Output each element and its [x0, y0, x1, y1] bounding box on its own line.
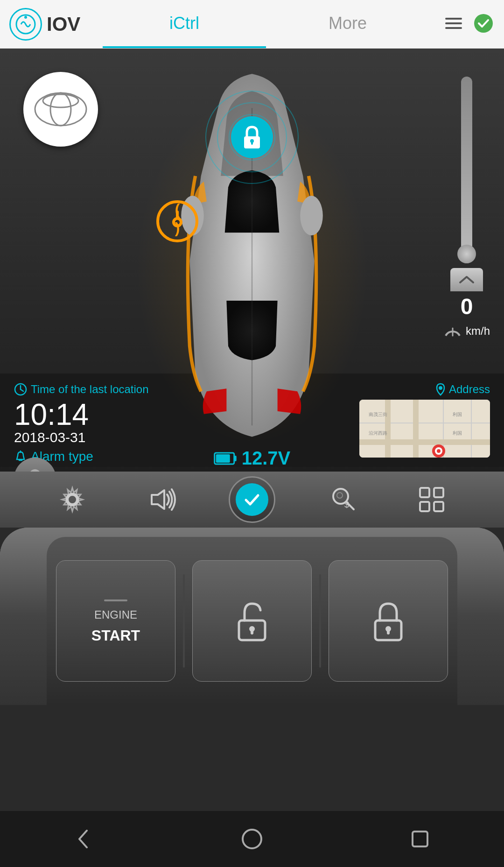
svg-rect-69 — [413, 832, 427, 846]
back-icon — [70, 825, 98, 853]
key-fob: ENGINE START — [0, 528, 504, 705]
svg-point-8 — [43, 94, 78, 107]
svg-line-26 — [21, 389, 23, 391]
lock-fob-button[interactable] — [329, 560, 448, 682]
speed-unit: km/h — [466, 324, 490, 338]
top-navigation: IOV iCtrl More — [0, 0, 504, 49]
svg-rect-4 — [445, 27, 462, 29]
svg-point-6 — [35, 93, 86, 126]
menu-icon[interactable] — [442, 12, 465, 36]
android-navigation — [0, 811, 504, 867]
app-logo: IOV — [0, 8, 103, 41]
grid-button[interactable] — [411, 479, 453, 521]
speed-display: 0 km/h — [443, 268, 490, 340]
svg-point-14 — [300, 196, 323, 235]
engine-start-button[interactable]: ENGINE START — [56, 560, 175, 682]
confirm-button[interactable] — [229, 476, 275, 523]
svg-rect-58 — [434, 488, 443, 497]
svg-text:利国: 利国 — [453, 412, 462, 417]
speedometer-icon — [443, 322, 462, 340]
lock-status-indicator[interactable] — [201, 86, 303, 189]
sound-icon — [145, 483, 177, 516]
svg-point-51 — [68, 495, 77, 504]
svg-point-1 — [24, 16, 27, 19]
logo-text: IOV — [47, 13, 80, 35]
settings-button[interactable] — [51, 479, 93, 521]
speed-control: 0 km/h — [443, 77, 490, 340]
svg-rect-2 — [445, 18, 462, 20]
toolbar: $ — [0, 472, 504, 528]
svg-text:利国: 利国 — [453, 430, 462, 436]
tab-more[interactable]: More — [266, 0, 429, 48]
grid-icon — [415, 483, 448, 516]
engine-label: ENGINE — [94, 608, 137, 621]
back-button[interactable] — [65, 820, 103, 858]
settings-icon — [56, 483, 89, 516]
lock-fob-icon — [370, 600, 407, 642]
svg-rect-21 — [234, 456, 237, 461]
clock-icon — [14, 383, 27, 396]
fob-divider-2 — [319, 574, 321, 668]
svg-point-55 — [337, 493, 343, 498]
address-label: Address — [435, 383, 490, 396]
home-icon — [238, 825, 266, 853]
speed-track[interactable] — [461, 77, 472, 263]
nav-tabs: iCtrl More — [103, 0, 429, 48]
svg-rect-11 — [251, 141, 253, 145]
speed-up-button[interactable] — [450, 268, 483, 291]
svg-point-68 — [243, 830, 261, 848]
svg-rect-40 — [413, 400, 419, 458]
warning-indicator: ( ) — [154, 198, 201, 247]
svg-rect-61 — [104, 599, 127, 601]
toyota-logo-icon — [33, 91, 89, 128]
toyota-badge — [23, 72, 98, 147]
svg-rect-22 — [216, 454, 230, 463]
svg-text:$: $ — [344, 500, 349, 509]
svg-point-7 — [50, 93, 71, 126]
nav-right-icons — [429, 12, 504, 36]
unlock-icon — [233, 600, 271, 642]
svg-point-5 — [474, 14, 493, 33]
lock-button[interactable] — [231, 116, 273, 158]
logo-circle-icon — [9, 8, 42, 41]
lock-icon — [240, 124, 264, 150]
recent-apps-icon — [406, 825, 434, 853]
svg-point-43 — [437, 449, 441, 453]
check-circle — [236, 483, 268, 516]
checkmark-icon — [241, 489, 263, 510]
iov-logo-icon — [14, 13, 37, 36]
tab-ictrl[interactable]: iCtrl — [103, 0, 266, 48]
battery-voltage-display: 12.7V — [214, 448, 291, 469]
engine-line-icon — [102, 598, 130, 603]
svg-rect-59 — [420, 502, 429, 511]
svg-text:): ) — [175, 219, 180, 236]
battery-voltage-value: 12.7V — [242, 448, 291, 469]
svg-marker-52 — [152, 490, 164, 509]
svg-rect-3 — [445, 22, 462, 24]
finder-icon: $ — [327, 483, 359, 516]
recent-apps-button[interactable] — [401, 820, 439, 858]
svg-rect-64 — [251, 629, 253, 634]
sound-button[interactable] — [140, 479, 182, 521]
svg-rect-60 — [434, 502, 443, 511]
speed-value: 0 — [461, 294, 473, 319]
speed-thumb[interactable] — [457, 245, 476, 263]
unlock-button[interactable] — [192, 560, 312, 682]
svg-rect-57 — [420, 488, 429, 497]
search-button[interactable]: $ — [322, 479, 364, 521]
start-label: START — [91, 627, 140, 644]
location-pin-icon — [435, 383, 446, 396]
battery-icon — [214, 450, 237, 467]
svg-point-29 — [439, 386, 442, 390]
key-fob-buttons: ENGINE START — [47, 537, 457, 705]
home-button[interactable] — [233, 820, 271, 858]
svg-rect-67 — [387, 629, 390, 634]
status-check-icon — [472, 12, 495, 36]
fob-divider — [183, 574, 185, 668]
